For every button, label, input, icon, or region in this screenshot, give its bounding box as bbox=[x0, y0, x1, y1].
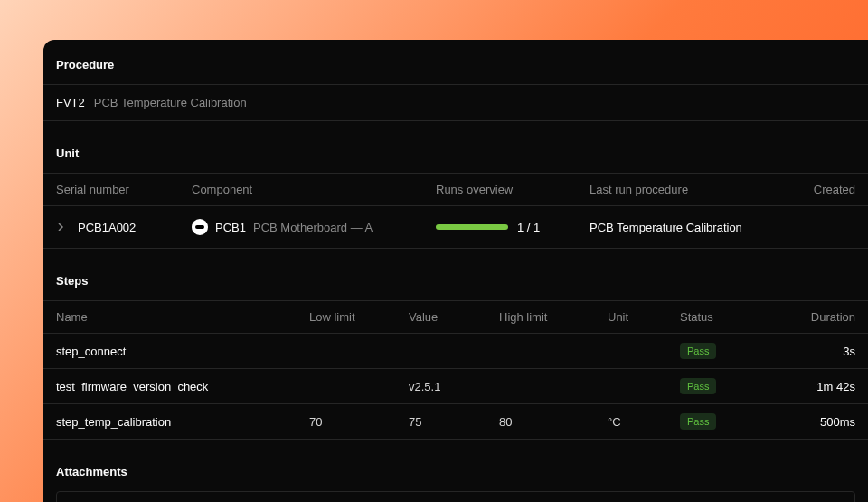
attachments-box[interactable] bbox=[56, 491, 855, 502]
step-high-limit: 80 bbox=[499, 415, 608, 429]
attachments-section-label: Attachments bbox=[43, 465, 868, 478]
step-name: step_temp_calibration bbox=[56, 415, 309, 429]
step-unit: °C bbox=[608, 415, 680, 429]
col-created: Created bbox=[770, 183, 855, 196]
col-duration: Duration bbox=[779, 310, 855, 324]
step-name: step_connect bbox=[56, 345, 309, 358]
col-value: Value bbox=[409, 310, 499, 324]
steps-table: Name Low limit Value High limit Unit Sta… bbox=[43, 300, 868, 440]
col-runs: Runs overview bbox=[436, 183, 590, 196]
runs-cell: 1 / 1 bbox=[436, 221, 590, 234]
procedure-name: PCB Temperature Calibration bbox=[94, 96, 247, 109]
unit-row[interactable]: PCB1A002 PCB1 PCB Motherboard — A 1 / 1 … bbox=[43, 206, 868, 249]
step-low-limit: 70 bbox=[309, 415, 409, 429]
step-value: v2.5.1 bbox=[409, 380, 499, 393]
status-badge: Pass bbox=[680, 378, 716, 394]
main-panel: Procedure FVT2 PCB Temperature Calibrati… bbox=[43, 40, 868, 502]
col-component: Component bbox=[192, 183, 436, 196]
component-name: PCB Motherboard — A bbox=[253, 221, 373, 234]
unit-table: Serial number Component Runs overview La… bbox=[43, 173, 868, 249]
step-name: test_firmware_version_check bbox=[56, 380, 309, 393]
steps-section-label: Steps bbox=[43, 274, 868, 288]
serial-cell: PCB1A002 bbox=[56, 221, 192, 234]
step-duration: 1m 42s bbox=[779, 380, 855, 393]
procedure-section-label: Procedure bbox=[43, 58, 868, 71]
unit-section-label: Unit bbox=[43, 147, 868, 160]
col-high-limit: High limit bbox=[499, 310, 608, 324]
col-serial: Serial number bbox=[56, 183, 192, 196]
runs-text: 1 / 1 bbox=[517, 221, 540, 234]
component-cell: PCB1 PCB Motherboard — A bbox=[192, 219, 436, 235]
serial-number: PCB1A002 bbox=[78, 221, 136, 234]
steps-row[interactable]: step_connectPass3s bbox=[43, 334, 868, 369]
step-status: Pass bbox=[680, 413, 779, 430]
steps-table-header: Name Low limit Value High limit Unit Sta… bbox=[43, 300, 868, 334]
col-low-limit: Low limit bbox=[309, 310, 409, 324]
step-status: Pass bbox=[680, 343, 779, 359]
steps-row[interactable]: step_temp_calibration707580°CPass500ms bbox=[43, 404, 868, 440]
unit-table-header: Serial number Component Runs overview La… bbox=[43, 173, 868, 206]
col-name: Name bbox=[56, 310, 309, 324]
component-code: PCB1 bbox=[215, 221, 246, 234]
col-unit: Unit bbox=[608, 310, 680, 324]
status-badge: Pass bbox=[680, 343, 716, 359]
component-icon bbox=[192, 219, 208, 235]
step-status: Pass bbox=[680, 378, 779, 394]
procedure-code: FVT2 bbox=[56, 96, 85, 109]
last-run-procedure: PCB Temperature Calibration bbox=[590, 221, 770, 234]
procedure-row[interactable]: FVT2 PCB Temperature Calibration bbox=[43, 84, 868, 121]
col-last-run: Last run procedure bbox=[590, 183, 770, 196]
col-status: Status bbox=[680, 310, 779, 324]
chevron-right-icon[interactable] bbox=[56, 223, 65, 232]
step-duration: 500ms bbox=[779, 415, 855, 429]
steps-row[interactable]: test_firmware_version_checkv2.5.1Pass1m … bbox=[43, 369, 868, 404]
step-duration: 3s bbox=[779, 345, 855, 358]
runs-progress-bar bbox=[436, 224, 508, 230]
status-badge: Pass bbox=[680, 413, 716, 430]
step-value: 75 bbox=[409, 415, 499, 429]
